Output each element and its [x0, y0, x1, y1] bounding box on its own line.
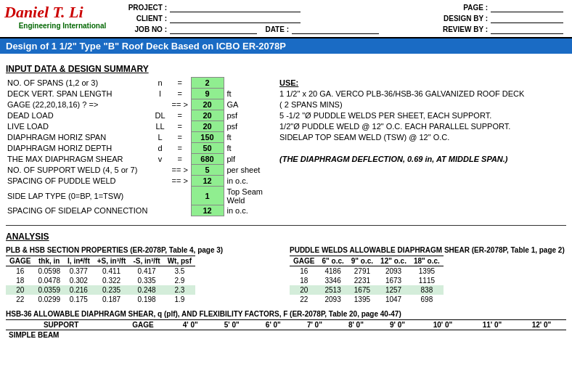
- input-eq-cell: =: [169, 89, 191, 99]
- input-use-cell: [278, 205, 566, 216]
- title-text: Design of 1 1/2" Type "B" Roof Deck Base…: [6, 41, 286, 52]
- input-use-cell: 1 1/2" x 20 GA. VERCO PLB-36/HSB-36 GALV…: [278, 89, 566, 99]
- input-var-cell: d: [151, 143, 169, 154]
- puddle-cell: 2791: [348, 266, 377, 277]
- puddle-row: 22209313951047698: [290, 295, 444, 304]
- logo-section: Daniel T. Li Engineering International: [4, 3, 120, 30]
- input-val-cell: 150: [191, 132, 224, 143]
- input-table-row: DIAPHRAGM HORIZ DEPTHd=50ft: [6, 143, 566, 154]
- plb-cell: 0.377: [64, 266, 94, 277]
- puddle-cell: 1675: [348, 285, 377, 295]
- date-label: DATE :: [260, 25, 289, 33]
- plb-cell: 0.0299: [34, 295, 64, 304]
- design-by-input[interactable]: [491, 14, 563, 23]
- plb-row: 220.02990.1750.1870.1981.9: [6, 295, 195, 304]
- input-table-row: DIAPHRAGM HORIZ SPANL=150ftSIDELAP TOP S…: [6, 132, 566, 143]
- input-eq-cell: == >: [169, 165, 191, 176]
- puddle-col-header: 9" o.c.: [348, 256, 377, 266]
- input-table-row: SPACING OF PUDDLE WELD== >12in o.c.: [6, 176, 566, 187]
- hsb-title: HSB-36 ALLOWABLE DIAPHRAGM SHEAR, q (plf…: [6, 310, 566, 318]
- input-table-row: NO. OF SPANS (1,2 or 3)n=2USE:: [6, 78, 566, 89]
- input-unit-cell: in o.c.: [224, 176, 278, 187]
- project-input[interactable]: [170, 3, 301, 12]
- puddle-cell: 2093: [318, 295, 347, 304]
- bottom-col-header: 7' 0": [294, 320, 335, 330]
- plb-cell: 0.198: [129, 295, 163, 304]
- date-input[interactable]: [292, 25, 379, 34]
- input-use-cell: (THE DIAPHRAGM DEFLECTION, 0.69 in, AT M…: [278, 154, 566, 165]
- review-by-input[interactable]: [491, 25, 563, 34]
- jobno-label: JOB NO :: [123, 25, 167, 33]
- plb-col-header: -S, in³/ft: [129, 256, 163, 266]
- input-section-title: INPUT DATA & DESIGN SUMMARY: [6, 64, 566, 74]
- plb-cell: 16: [6, 266, 34, 277]
- puddle-row: 183346223116731115: [290, 276, 444, 285]
- page-input[interactable]: [491, 3, 563, 12]
- puddle-cell: 1047: [377, 295, 410, 304]
- client-input[interactable]: [170, 14, 301, 23]
- plb-cell: 18: [6, 276, 34, 285]
- input-table-row: LIVE LOADLL=20psf1/2"Ø PUDDLE WELD @ 12"…: [6, 121, 566, 132]
- input-use-cell: 1/2"Ø PUDDLE WELD @ 12" O.C. EACH PARALL…: [278, 121, 566, 132]
- input-use-cell: [278, 187, 566, 205]
- puddle-row: 20251316751257838: [290, 285, 444, 295]
- plb-cell: 0.0598: [34, 266, 64, 277]
- input-val-cell: 20: [191, 121, 224, 132]
- puddle-cell: 1257: [377, 285, 410, 295]
- input-var-cell: [151, 176, 169, 187]
- bottom-col-header: SUPPORT: [6, 320, 116, 330]
- page-label: PAGE :: [463, 4, 488, 12]
- input-var-cell: [151, 165, 169, 176]
- input-unit-cell: [224, 78, 278, 89]
- input-var-cell: n: [151, 78, 169, 89]
- input-label-cell: GAGE (22,20,18,16) ? =>: [6, 99, 151, 110]
- input-eq-cell: =: [169, 132, 191, 143]
- puddle-cell: 2093: [377, 266, 410, 277]
- input-label-cell: DIAPHRAGM HORIZ DEPTH: [6, 143, 151, 154]
- divider-analysis: [6, 225, 566, 226]
- input-use-cell: ( 2 SPANS MINS): [278, 99, 566, 110]
- plb-cell: 0.322: [94, 276, 130, 285]
- jobno-row: JOB NO : DATE :: [123, 25, 443, 34]
- input-unit-cell: per sheet: [224, 165, 278, 176]
- project-row: PROJECT :: [123, 3, 443, 12]
- plb-cell: 0.0478: [34, 276, 64, 285]
- main-content: INPUT DATA & DESIGN SUMMARY NO. OF SPANS…: [0, 54, 572, 344]
- bottom-col-header: GAGE: [116, 320, 170, 330]
- plb-cell: 1.9: [164, 295, 195, 304]
- input-label-cell: THE MAX DIAPHRAGM SHEAR: [6, 154, 151, 165]
- plb-cell: 0.248: [129, 285, 163, 295]
- plb-cell: 0.187: [94, 295, 130, 304]
- bottom-col-header: 6' 0": [253, 320, 294, 330]
- plb-row: 200.03590.2160.2350.2482.3: [6, 285, 195, 295]
- input-table-row: DEAD LOADDL=20psf5 -1/2 "Ø PUDDLE WELDS …: [6, 110, 566, 121]
- input-var-cell: [151, 99, 169, 110]
- input-label-cell: DEAD LOAD: [6, 110, 151, 121]
- input-eq-cell: =: [169, 110, 191, 121]
- input-table: NO. OF SPANS (1,2 or 3)n=2USE:DECK VERT.…: [6, 77, 566, 216]
- plb-cell: 0.302: [64, 276, 94, 285]
- input-eq-cell: == >: [169, 99, 191, 110]
- puddle-cell: 1115: [410, 276, 444, 285]
- plb-col-header: Wt, psf: [164, 256, 195, 266]
- plb-cell: 0.175: [64, 295, 94, 304]
- client-row: CLIENT :: [123, 14, 443, 23]
- input-unit-cell: ft: [224, 89, 278, 99]
- input-val-cell: 12: [191, 205, 224, 216]
- plb-cell: 0.411: [94, 266, 130, 277]
- plb-cell: 2.3: [164, 285, 195, 295]
- input-use-cell: 5 -1/2 "Ø PUDDLE WELDS PER SHEET, EACH S…: [278, 110, 566, 121]
- input-var-cell: v: [151, 154, 169, 165]
- puddle-cell: 1395: [410, 266, 444, 277]
- bottom-col-header: 5' 0": [211, 320, 253, 330]
- jobno-input[interactable]: [170, 25, 257, 34]
- input-eq-cell: =: [169, 154, 191, 165]
- plb-cell: 2.9: [164, 276, 195, 285]
- design-by-row: DESIGN BY :: [443, 14, 563, 23]
- logo-sub: Engineering International: [4, 22, 120, 30]
- puddle-cell: 838: [410, 285, 444, 295]
- support-cell: SIMPLE BEAM: [6, 330, 116, 340]
- puddle-table: GAGE6" o.c.9" o.c.12" o.c.18" o.c.164186…: [290, 256, 444, 304]
- input-use-cell: SIDELAP TOP SEAM WELD (TSW) @ 12" O.C.: [278, 132, 566, 143]
- puddle-cell: 1673: [377, 276, 410, 285]
